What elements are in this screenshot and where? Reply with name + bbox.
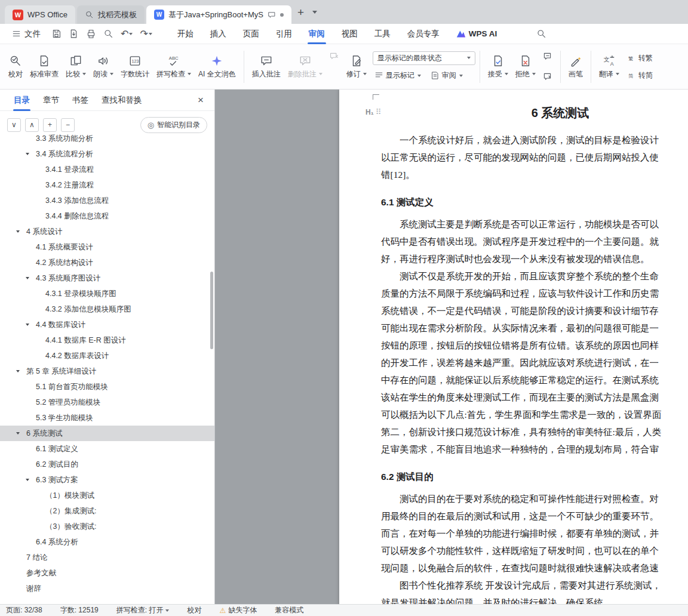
search-button[interactable] — [536, 29, 546, 39]
print-icon[interactable] — [86, 29, 96, 39]
sidebar-tab[interactable]: 章节 — [38, 90, 64, 111]
outline-item[interactable]: 6.2 测试目的 — [0, 457, 214, 472]
outline-item[interactable]: 4.3.2 添加信息模块顺序图 — [0, 301, 214, 317]
outline-item[interactable]: 5.3 学生功能模块 — [0, 410, 214, 426]
menu-item[interactable]: 开始 — [169, 24, 202, 44]
review-pane-button[interactable]: 审阅 — [429, 69, 465, 82]
outline-item[interactable]: 3.4.1 登录流程 — [0, 162, 214, 177]
tab-wps-office[interactable]: W WPS Office — [5, 5, 75, 24]
tab-document-active[interactable]: W 基于Java+SpringBoot+MyS — [146, 5, 291, 24]
outline-item[interactable]: 6.1 测试定义 — [0, 441, 214, 457]
wps-ai-menu[interactable]: WPS AI — [456, 29, 497, 38]
outline-item[interactable]: 4.1 系统概要设计 — [0, 239, 214, 255]
revision-button[interactable]: 修订 — [343, 48, 370, 86]
read-aloud-dropdown-icon — [110, 73, 113, 77]
delete-comment-button[interactable]: 删除批注 — [284, 48, 326, 86]
zoom-out-outline-button[interactable]: − — [61, 118, 75, 132]
ai-polish-button[interactable]: AI 全文润色 — [195, 48, 239, 86]
proofread-button[interactable]: 校对 — [5, 48, 26, 86]
collapse-all-button[interactable]: ∧ — [25, 118, 39, 132]
ribbon-divider — [244, 51, 244, 83]
translate-button[interactable]: 文A 翻译 — [595, 48, 623, 86]
outline-item[interactable]: 4.3 系统顺序图设计 — [0, 270, 214, 286]
reject-button[interactable]: 拒绝 — [512, 48, 539, 86]
expand-all-button[interactable]: ∨ — [7, 118, 21, 132]
menu-item[interactable]: 引用 — [268, 24, 300, 44]
menu-item[interactable]: 工具 — [366, 24, 399, 44]
document-page[interactable]: H₁ ⠿ 6 系统测试 一个系统设计好后，就会进入测试阶段，测试的目标是检验设计… — [339, 90, 688, 604]
window-tab-bar: W WPS Office 找稻壳模板 W 基于Java+SpringBoot+M… — [0, 0, 688, 24]
zoom-in-outline-button[interactable]: + — [43, 118, 57, 132]
outline-item[interactable]: 3.4.2 注册流程 — [0, 177, 214, 193]
tab-list-dropdown-icon[interactable] — [312, 11, 317, 16]
outline-item[interactable]: 7 结论 — [0, 550, 214, 565]
doc-block: 6 系统测试 — [381, 104, 688, 122]
tab-label: 找稻壳模板 — [98, 10, 137, 20]
status-bar: 页面: 32/38 字数: 12519 拼写检查: 打开 校对 ⚠缺失字体 兼容… — [0, 604, 688, 616]
outline-item[interactable]: 6 系统测试 — [0, 426, 214, 441]
menu-item[interactable]: 插入 — [202, 24, 235, 44]
outline-item[interactable]: 5.2 管理员功能模块 — [0, 395, 214, 410]
pen-icon — [569, 54, 582, 67]
outline-item[interactable]: 3.3 系统功能分析 — [0, 131, 214, 146]
outline-item[interactable]: 4.4.2 数据库表设计 — [0, 348, 214, 364]
menu-item[interactable]: 审阅 — [300, 24, 333, 44]
outline-item[interactable]: 第 5 章 系统详细设计 — [0, 364, 214, 379]
accept-button[interactable]: 接受 — [484, 48, 512, 86]
new-tab-button[interactable]: + — [297, 7, 304, 18]
file-menu-button[interactable]: 文件 — [7, 29, 45, 39]
sidebar-close-icon[interactable]: × — [195, 94, 206, 106]
outline-item[interactable]: 3.4.3 添加信息流程 — [0, 193, 214, 208]
outline-item[interactable]: 4.2 系统结构设计 — [0, 255, 214, 270]
outline-item[interactable]: 4.4.1 数据库 E-R 图设计 — [0, 332, 214, 348]
outline-item[interactable]: 3.4.4 删除信息流程 — [0, 208, 214, 224]
menu-item[interactable]: 会员专享 — [399, 24, 448, 44]
accept-dropdown-icon — [505, 73, 508, 77]
missing-font-warning[interactable]: ⚠缺失字体 — [219, 605, 257, 615]
menu-item[interactable]: 视图 — [333, 24, 366, 44]
outline-item[interactable]: 6.3 测试方案 — [0, 472, 214, 488]
pen-button[interactable]: 画笔 — [565, 48, 586, 86]
outline-item[interactable]: （3）验收测试: — [0, 519, 214, 534]
to-traditional-button[interactable]: 繁 转繁 — [625, 51, 655, 64]
insert-comment-button[interactable]: 插入批注 — [248, 48, 284, 86]
show-markup-button[interactable]: 显示标记 — [373, 69, 423, 82]
proofread-status[interactable]: 校对 — [187, 605, 201, 615]
outline-item[interactable]: 参考文献 — [0, 565, 214, 581]
print-preview-icon[interactable] — [103, 29, 113, 39]
sidebar-tab[interactable]: 书签 — [67, 90, 94, 111]
redo-button[interactable]: ↷ — [140, 29, 152, 39]
standard-review-button[interactable]: 标准审查 — [26, 48, 62, 86]
outline-item[interactable]: 4.3.1 登录模块顺序图 — [0, 286, 214, 301]
word-count-button[interactable]: 123 字数统计 — [117, 48, 153, 86]
outline-item[interactable]: （1）模块测试 — [0, 488, 214, 503]
outline-item[interactable]: 4.4 数据库设计 — [0, 317, 214, 332]
outline-item[interactable]: 3.4 系统流程分析 — [0, 146, 214, 162]
next-change-icon[interactable] — [540, 70, 555, 84]
outline-item[interactable]: （2）集成测试: — [0, 503, 214, 519]
outline-item[interactable]: 6.4 系统分析 — [0, 534, 214, 550]
spellcheck-status[interactable]: 拼写检查: 打开 — [116, 605, 170, 615]
prev-comment-icon[interactable] — [327, 50, 342, 64]
to-simplified-button[interactable]: 简 转简 — [625, 69, 655, 82]
outline-item[interactable]: 5.1 前台首页功能模块 — [0, 379, 214, 395]
menu-item[interactable]: 页面 — [235, 24, 268, 44]
tab-template-search[interactable]: 找稻壳模板 — [77, 5, 145, 24]
save-icon[interactable] — [51, 29, 62, 39]
ribbon-divider — [591, 51, 591, 83]
outline-item[interactable]: 4 系统设计 — [0, 224, 214, 239]
outline-item[interactable]: 谢辞 — [0, 581, 214, 596]
wps-window: W WPS Office 找稻壳模板 W 基于Java+SpringBoot+M… — [0, 0, 688, 616]
export-pdf-icon[interactable] — [69, 29, 79, 39]
sidebar-scrollbar[interactable] — [210, 272, 213, 349]
spellcheck-button[interactable]: ABC 拼写检查 — [153, 48, 195, 86]
prev-change-icon[interactable] — [540, 50, 555, 64]
sidebar-tab[interactable]: 目录 — [8, 90, 35, 111]
sidebar-tab[interactable]: 查找和替换 — [96, 90, 148, 111]
markup-state-select[interactable]: 显示标记的最终状态 — [373, 51, 475, 65]
undo-button[interactable]: ↶ — [121, 29, 133, 39]
reject-icon — [519, 54, 532, 67]
compare-button[interactable]: 比较 — [62, 48, 90, 86]
read-aloud-button[interactable]: 朗读 — [90, 48, 117, 86]
tab-label: 基于Java+SpringBoot+MyS — [168, 10, 263, 20]
